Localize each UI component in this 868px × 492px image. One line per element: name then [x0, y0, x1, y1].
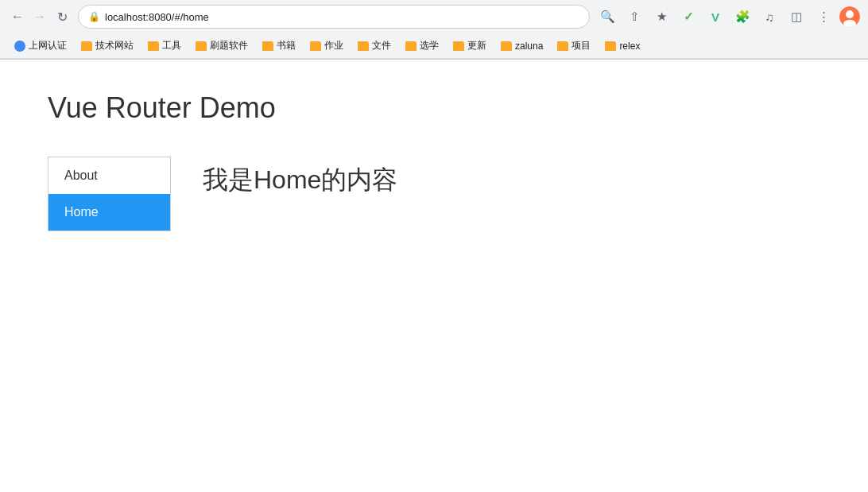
- back-button[interactable]: ←: [8, 7, 27, 26]
- folder-icon: [310, 41, 321, 51]
- bookmark-label: 作业: [324, 39, 343, 52]
- extensions-button[interactable]: ✓: [677, 6, 699, 28]
- route-content: 我是Home的内容: [203, 157, 397, 198]
- nav-buttons: ← → ↻: [8, 7, 72, 26]
- nav-item-about[interactable]: About: [48, 157, 170, 194]
- bookmark-relex[interactable]: relex: [599, 38, 646, 54]
- bookmark-label: 项目: [572, 39, 591, 52]
- folder-icon: [196, 41, 207, 51]
- bookmark-shang[interactable]: 上网认证: [8, 37, 73, 55]
- bookmark-label: 工具: [162, 39, 181, 52]
- bookmark-label: relex: [619, 41, 640, 52]
- bookmark-label: 书籍: [277, 39, 296, 52]
- menu-button[interactable]: ⋮: [812, 6, 835, 28]
- bookmark-label: zaluna: [515, 41, 543, 52]
- reload-button[interactable]: ↻: [52, 7, 72, 26]
- bookmark-label: 选学: [420, 39, 439, 52]
- page-content: Vue Router Demo About Home 我是Home的内容: [0, 60, 868, 492]
- bookmark-label: 文件: [372, 39, 391, 52]
- globe-icon: [14, 41, 25, 52]
- puzzle-button[interactable]: 🧩: [731, 6, 754, 28]
- bookmark-file[interactable]: 文件: [351, 37, 397, 55]
- search-button[interactable]: 🔍: [596, 6, 618, 28]
- page-title: Vue Router Demo: [48, 91, 820, 125]
- folder-icon: [262, 41, 273, 51]
- toolbar-icons: 🔍 ⇧ ★ ✓ V 🧩 ♫ ◫ ⋮: [596, 6, 860, 28]
- bookmark-tech[interactable]: 技术网站: [75, 37, 140, 55]
- avatar[interactable]: [839, 6, 860, 27]
- bookmark-work[interactable]: 作业: [304, 37, 350, 55]
- url-input[interactable]: [105, 11, 579, 23]
- browser-chrome: ← → ↻ 🔒 🔍 ⇧ ★ ✓ V 🧩 ♫ ◫ ⋮: [0, 0, 868, 60]
- folder-icon: [453, 41, 464, 51]
- nav-content-area: About Home 我是Home的内容: [48, 157, 820, 231]
- nav-item-home[interactable]: Home: [48, 194, 170, 231]
- svg-point-1: [846, 10, 854, 18]
- media-button[interactable]: ♫: [758, 6, 781, 28]
- bookmark-label: 技术网站: [95, 39, 134, 52]
- split-screen-button[interactable]: ◫: [785, 6, 808, 28]
- folder-icon: [148, 41, 159, 51]
- bookmark-zaluna[interactable]: zaluna: [494, 38, 549, 54]
- bookmark-update[interactable]: 更新: [447, 37, 493, 55]
- bookmark-project[interactable]: 项目: [551, 37, 597, 55]
- bookmark-label: 更新: [467, 39, 486, 52]
- vue-devtools-button[interactable]: V: [704, 6, 727, 28]
- bookmark-label: 上网认证: [29, 39, 67, 52]
- folder-icon: [358, 41, 369, 51]
- folder-icon: [405, 41, 417, 51]
- bookmark-brush[interactable]: 刷题软件: [189, 37, 254, 55]
- folder-icon: [501, 41, 512, 51]
- forward-button[interactable]: →: [30, 7, 49, 26]
- bookmark-select[interactable]: 选学: [399, 37, 445, 55]
- address-bar[interactable]: 🔒: [78, 5, 590, 29]
- bookmarks-bar: 上网认证 技术网站 工具 刷题软件 书籍 作业 文件 选学: [0, 33, 868, 59]
- bookmark-label: 刷题软件: [210, 39, 248, 52]
- nav-menu: About Home: [48, 157, 171, 231]
- folder-icon: [557, 41, 568, 51]
- folder-icon: [81, 41, 92, 51]
- browser-toolbar: ← → ↻ 🔒 🔍 ⇧ ★ ✓ V 🧩 ♫ ◫ ⋮: [0, 0, 868, 33]
- folder-icon: [605, 41, 616, 51]
- bookmark-tools[interactable]: 工具: [141, 37, 188, 55]
- lock-icon: 🔒: [88, 11, 100, 22]
- share-button[interactable]: ⇧: [623, 6, 645, 28]
- bookmark-star-button[interactable]: ★: [650, 6, 672, 28]
- bookmark-books[interactable]: 书籍: [256, 37, 302, 55]
